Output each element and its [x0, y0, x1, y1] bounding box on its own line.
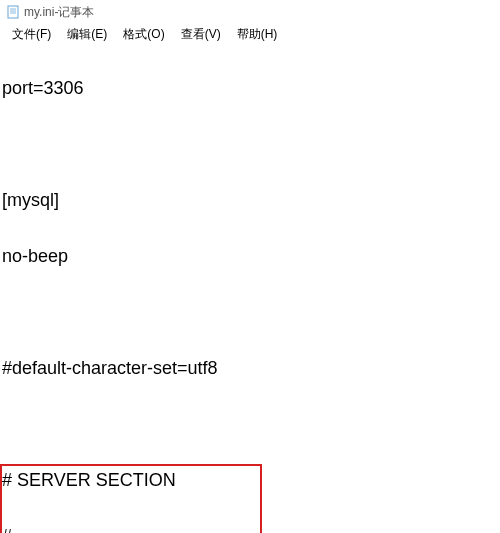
text-editor-content[interactable]: port=3306 [mysql] no-beep #default-chara… [0, 46, 500, 533]
title-appname: 记事本 [58, 4, 94, 21]
text-line [2, 298, 498, 326]
text-line: #default-character-set=utf8 [2, 354, 498, 382]
svg-rect-0 [8, 6, 18, 18]
text-line: # SERVER SECTION [2, 466, 498, 494]
title-filename: my.ini [24, 5, 54, 19]
text-line [2, 130, 498, 158]
menu-edit[interactable]: 编辑(E) [61, 26, 113, 44]
menu-help[interactable]: 帮助(H) [231, 26, 284, 44]
notepad-icon [6, 5, 20, 19]
menu-format[interactable]: 格式(O) [117, 26, 170, 44]
text-line: # --------------------------------------… [2, 522, 498, 533]
menu-file[interactable]: 文件(F) [6, 26, 57, 44]
menubar: 文件(F) 编辑(E) 格式(O) 查看(V) 帮助(H) [0, 24, 500, 46]
window-titlebar: my.ini - 记事本 [0, 0, 500, 24]
text-line: [mysql] [2, 186, 498, 214]
menu-view[interactable]: 查看(V) [175, 26, 227, 44]
text-line: no-beep [2, 242, 498, 270]
text-line [2, 410, 498, 438]
text-line: port=3306 [2, 74, 498, 102]
